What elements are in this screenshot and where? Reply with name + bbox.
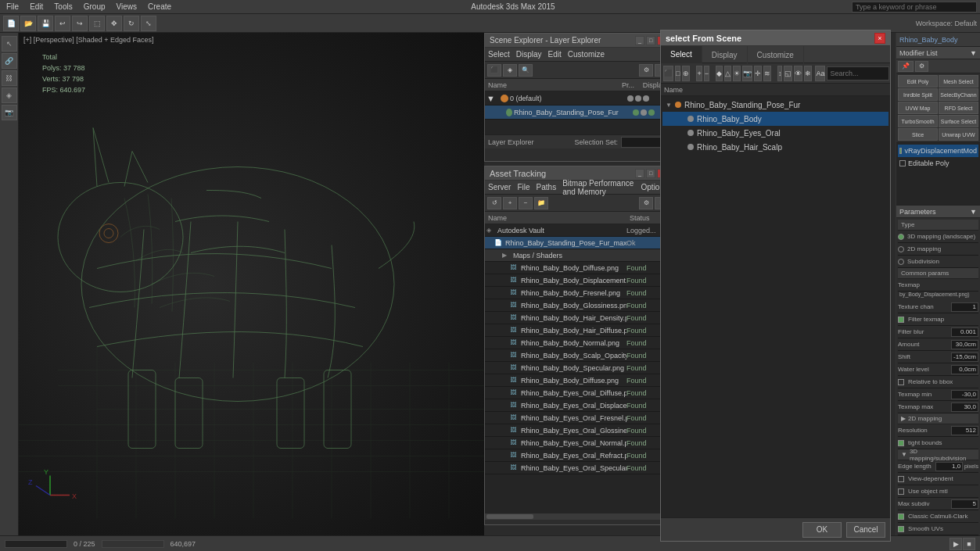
at-row-18[interactable]: 🖼 Rhino_Baby_Eyes_Oral_Normal.png Found: [485, 437, 671, 449]
mp-texture-chan-input[interactable]: [951, 302, 978, 312]
mp-type-3d-radio[interactable]: [898, 234, 904, 240]
mp-mod-vray-checkbox[interactable]: [899, 148, 902, 154]
se-row-rhino[interactable]: Rhino_Baby_Standing_Pose_Fur: [485, 106, 671, 120]
at-scrollbar-thumb-h[interactable]: [486, 514, 533, 519]
sfs-tb-helpers[interactable]: ✛: [754, 66, 762, 81]
at-tb-settings[interactable]: ⚙: [639, 197, 653, 209]
sfs-tab-display[interactable]: Display: [702, 46, 748, 63]
at-row-7[interactable]: 🖼 Rhino_Baby_Body_Glossiness.png Found: [485, 299, 671, 312]
mp-texmap-max-input[interactable]: [951, 403, 978, 412]
mp-params-header[interactable]: Parameters ▼: [896, 206, 980, 218]
at-row-19[interactable]: 🖼 Rhino_Baby_Eyes_Oral_Refract.png Found: [485, 449, 671, 462]
se-menu-customize[interactable]: Customize: [568, 50, 605, 59]
se-tb-btn-3[interactable]: 🔍: [519, 64, 533, 77]
sfs-expand-root[interactable]: ▼: [666, 102, 675, 109]
sfs-tb-lights[interactable]: ☀: [733, 66, 741, 81]
tb-move[interactable]: ✥: [106, 16, 122, 31]
mp-texmap-min-input[interactable]: [951, 390, 978, 399]
at-minimize-button[interactable]: _: [635, 169, 644, 178]
se-menu-select[interactable]: Select: [488, 50, 510, 59]
lt-bind[interactable]: ◈: [2, 88, 17, 103]
mp-filter-texmap-checkbox[interactable]: [898, 317, 904, 323]
mp-unwrap-uvw-btn[interactable]: Unwrap UVW: [939, 128, 978, 141]
viewport-3d-content[interactable]: X Y Z: [19, 33, 484, 535]
lt-unlink[interactable]: ⛓: [2, 70, 17, 86]
mp-edge-length-input[interactable]: [935, 462, 963, 471]
mp-common-params-section[interactable]: Common params: [898, 268, 978, 279]
mp-2d-mapping-section[interactable]: ▶ 2D mapping: [898, 413, 978, 424]
mp-type-section[interactable]: Type: [898, 220, 978, 231]
mp-smooth-uv-checkbox[interactable]: [898, 526, 904, 532]
tb-open[interactable]: 📂: [20, 16, 36, 31]
mp-turbo-smooth-btn[interactable]: TurboSmooth: [898, 115, 938, 127]
tb-undo[interactable]: ↩: [55, 16, 70, 31]
sfs-tb-cameras[interactable]: 📷: [742, 66, 752, 81]
mp-use-object-mtl-checkbox[interactable]: [898, 488, 904, 495]
lt-select[interactable]: ↖: [2, 36, 17, 52]
at-row-16[interactable]: 🖼 Rhino_Baby_Eyes_Oral_Fresnel.png Found: [485, 412, 671, 424]
at-row-6[interactable]: 🖼 Rhino_Baby_Body_Fresnel.png Found: [485, 287, 671, 299]
at-row-main-file[interactable]: 📄 Rhino_Baby_Standing_Pose_Fur_max_vray.…: [485, 237, 671, 249]
mp-max-subdiv-input[interactable]: [951, 499, 978, 509]
mp-mod-edit-poly-checkbox[interactable]: [899, 160, 906, 166]
at-row-maps-group[interactable]: ▶ Maps / Shaders: [485, 249, 671, 262]
at-row-9[interactable]: 🖼 Rhino_Baby_Body_Hair_Diffuse.png Found: [485, 324, 671, 337]
sfs-tb-geometry[interactable]: ◆: [716, 66, 723, 81]
sfs-tab-customize[interactable]: Customize: [748, 46, 804, 63]
at-row-13[interactable]: 🖼 Rhino_Baby_Body_Diffuse.png Found: [485, 374, 671, 387]
sfs-tb-invert[interactable]: ⊕: [682, 66, 690, 81]
menu-edit[interactable]: Edit: [27, 2, 46, 11]
at-menu-paths[interactable]: Paths: [537, 183, 557, 191]
at-row-11[interactable]: 🖼 Rhino_Baby_Body_Scalp_Opacity.png Foun…: [485, 349, 671, 362]
at-horizontal-scrollbar[interactable]: [485, 513, 671, 520]
lt-camera[interactable]: 📷: [2, 105, 17, 120]
sfs-tree-item-body[interactable]: Rhino_Baby_Body: [662, 112, 888, 126]
sfs-cancel-button[interactable]: Cancel: [846, 522, 885, 538]
sfs-tb-collapse[interactable]: −: [704, 66, 709, 81]
at-maximize-button[interactable]: □: [646, 169, 655, 178]
stop-button[interactable]: ■: [963, 538, 975, 550]
sfs-tree-item-eyes[interactable]: Rhino_Baby_Eyes_Oral: [662, 126, 888, 140]
mp-instr-split-btn[interactable]: Inrdble Split: [898, 88, 938, 101]
sfs-tb-spacewarps[interactable]: ≋: [763, 66, 771, 81]
mp-rfd-select-btn[interactable]: RFD Select: [939, 102, 978, 114]
at-tb-remove[interactable]: −: [519, 197, 533, 209]
mp-mod-edit-poly[interactable]: Editable Poly: [898, 157, 978, 170]
se-tb-btn-1[interactable]: ⬛: [487, 64, 501, 77]
mp-mesh-select-btn[interactable]: Mesh Select: [939, 75, 978, 88]
sfs-ok-button[interactable]: OK: [802, 522, 842, 538]
se-menu-edit[interactable]: Edit: [548, 50, 562, 59]
mp-type-subdiv-radio[interactable]: [898, 259, 904, 265]
mp-resolution-input[interactable]: [951, 426, 978, 435]
mp-amount-input[interactable]: [951, 340, 978, 349]
at-menu-server[interactable]: Server: [488, 183, 511, 191]
at-tb-add[interactable]: +: [503, 197, 517, 209]
tb-new[interactable]: 📄: [3, 16, 19, 31]
menu-group[interactable]: Group: [81, 2, 109, 11]
at-row-5[interactable]: 🖼 Rhino_Baby_Body_Displacement.png Found: [485, 274, 671, 287]
menu-views[interactable]: Views: [113, 2, 141, 11]
se-layer-explorer-label[interactable]: Layer Explorer: [488, 138, 534, 146]
play-button[interactable]: ▶: [949, 538, 962, 550]
mp-catmull-checkbox[interactable]: [898, 513, 904, 520]
se-menu-display[interactable]: Display: [516, 50, 542, 59]
at-row-4[interactable]: 🖼 Rhino_Baby_Body_Diffuse.png Found: [485, 262, 671, 274]
mp-uvw-map-btn[interactable]: UVW Map: [898, 102, 938, 114]
mp-texmap-value[interactable]: by_Body_Displacement.png): [898, 292, 978, 301]
at-row-14[interactable]: 🖼 Rhino_Baby_Eyes_Oral_Diffuse.png Found: [485, 387, 671, 399]
sfs-tb-case[interactable]: Aa: [815, 66, 825, 81]
sfs-tb-display[interactable]: 👁: [794, 66, 802, 81]
mp-pin-button[interactable]: 📌: [898, 61, 914, 72]
mp-relative-bbox-checkbox[interactable]: [898, 379, 904, 385]
mp-configure-button[interactable]: ⚙: [915, 61, 928, 72]
sfs-tb-none[interactable]: □: [675, 66, 680, 81]
sfs-tb-shapes[interactable]: △: [724, 66, 731, 81]
sfs-tb-frozen[interactable]: ❄: [804, 66, 812, 81]
sfs-tb-expand[interactable]: +: [696, 66, 702, 81]
se-tb-btn-4[interactable]: ⚙: [639, 64, 653, 77]
sfs-tb-all[interactable]: ⬛: [663, 66, 673, 81]
se-row-default[interactable]: ▼ 0 (default): [485, 91, 671, 106]
tb-redo[interactable]: ↪: [72, 16, 88, 31]
mp-tight-bounds-checkbox[interactable]: [898, 440, 904, 446]
at-row-17[interactable]: 🖼 Rhino_Baby_Eyes_Oral_Glossiness.png Fo…: [485, 424, 671, 437]
